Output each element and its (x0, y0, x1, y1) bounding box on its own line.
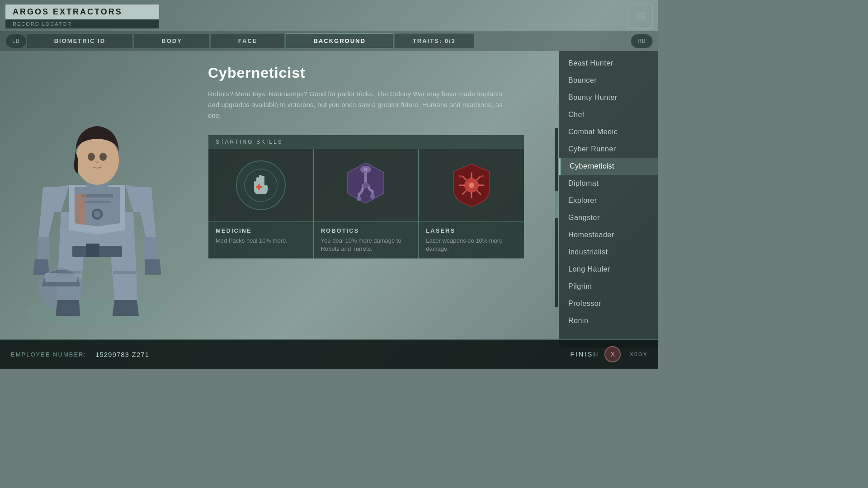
sidebar-item-bouncer[interactable]: Bouncer (559, 72, 658, 89)
skill-info-robotics: ROBOTICS You deal 10% more damage to Rob… (314, 221, 419, 258)
sidebar-item-industrialist[interactable]: Industrialist (559, 244, 658, 261)
skill-card-medicine: MEDICINE Med Packs heal 10% more. (208, 149, 314, 258)
skill-name-lasers: LASERS (426, 227, 517, 234)
tab-biometric-id[interactable]: BIOMETRIC ID (27, 33, 133, 48)
svg-rect-7 (38, 237, 50, 259)
svg-rect-16 (113, 271, 136, 274)
skill-desc-lasers: Laser weapons do 10% more damage. (426, 237, 517, 253)
sidebar-item-diplomat[interactable]: Diplomat (559, 175, 658, 192)
nav-left-button[interactable]: LB (5, 34, 27, 48)
skill-icon-area-robotics (314, 149, 419, 221)
svg-rect-25 (258, 184, 260, 190)
skill-name-robotics: ROBOTICS (321, 227, 411, 234)
main-content: Cyberneticist Robots? Mere toys. Neuroam… (0, 51, 658, 347)
employee-block: EMPLOYEE NUMBER: 15299783-Z271 (11, 351, 149, 358)
sidebar-item-gangster[interactable]: Gangster (559, 209, 658, 226)
background-name: Cyberneticist (208, 65, 550, 81)
sidebar-item-ronin[interactable]: Ronin (559, 312, 658, 329)
robotics-icon (341, 160, 391, 210)
svg-rect-3 (81, 194, 113, 197)
sidebar-item-cyber-runner[interactable]: Cyber Runner (559, 141, 658, 158)
skills-header: STARTING SKILLS (208, 135, 524, 149)
svg-rect-4 (84, 201, 111, 203)
sidebar-item-bounty-hunter[interactable]: Bounty Hunter (559, 89, 658, 106)
ae-logo: AE (627, 4, 653, 29)
platform-label: XBOX (630, 352, 647, 357)
skill-icon-area-lasers (419, 149, 524, 221)
background-description: Robots? Mere toys. Neuroamps? Good for p… (208, 89, 515, 121)
sidebar-item-homesteader[interactable]: Homesteader (559, 226, 658, 244)
content-area: Cyberneticist Robots? Mere toys. Neuroam… (194, 51, 559, 347)
svg-point-42 (459, 175, 462, 178)
svg-rect-15 (59, 271, 81, 274)
skill-desc-robotics: You deal 10% more damage to Robots and T… (321, 237, 411, 253)
tab-face[interactable]: FACE (211, 33, 285, 48)
employee-number: 15299783-Z271 (95, 351, 149, 358)
header: ARGOS EXTRACTORS RECORD LOCATOR AE (0, 0, 658, 29)
character-image (0, 51, 194, 347)
scroll-thumb (555, 191, 558, 218)
skill-desc-medicine: Med Packs heal 10% more. (216, 237, 306, 245)
skills-grid: MEDICINE Med Packs heal 10% more. (208, 149, 524, 258)
skill-card-robotics: ROBOTICS You deal 10% more damage to Rob… (314, 149, 419, 258)
svg-point-41 (469, 183, 474, 188)
medicine-icon (236, 160, 286, 210)
title-block: ARGOS EXTRACTORS RECORD LOCATOR (5, 5, 159, 28)
skill-info-medicine: MEDICINE Med Packs heal 10% more. (208, 221, 313, 258)
sidebar-item-pilgrim[interactable]: Pilgrim (559, 278, 658, 295)
employee-label: EMPLOYEE NUMBER: (11, 351, 86, 358)
skill-card-lasers: LASERS Laser weapons do 10% more damage. (419, 149, 524, 258)
sidebar-item-combat-medic[interactable]: Combat Medic (559, 123, 658, 141)
svg-point-11 (88, 153, 95, 161)
sidebar-item-beast-hunter[interactable]: Beast Hunter (559, 55, 658, 72)
sidebar-item-explorer[interactable]: Explorer (559, 192, 658, 209)
tab-background[interactable]: BACKGROUND (286, 33, 393, 48)
scroll-indicator (555, 128, 558, 307)
skills-section: STARTING SKILLS (208, 135, 524, 259)
sidebar-item-cyberneticist[interactable]: Cyberneticist (559, 158, 658, 175)
svg-point-30 (370, 194, 375, 199)
svg-point-28 (363, 182, 369, 188)
svg-point-43 (481, 175, 484, 178)
skill-info-lasers: LASERS Laser weapons do 10% more damage. (419, 221, 524, 258)
app-title: ARGOS EXTRACTORS (5, 5, 159, 19)
finish-block: FINISH X XBOX (571, 346, 647, 362)
background-list-sidebar[interactable]: Beast Hunter Bouncer Bounty Hunter Chef … (559, 51, 658, 347)
sidebar-item-chef[interactable]: Chef (559, 106, 658, 123)
footer: EMPLOYEE NUMBER: 15299783-Z271 FINISH X … (0, 339, 658, 369)
character-svg (2, 85, 192, 347)
sidebar-item-long-hauler[interactable]: Long Hauler (559, 261, 658, 278)
svg-rect-2 (86, 244, 99, 257)
svg-rect-8 (144, 237, 157, 259)
tab-traits[interactable]: TRAITS: 0/3 (394, 33, 474, 48)
svg-point-12 (99, 153, 107, 161)
character-area (0, 51, 194, 347)
svg-point-29 (357, 197, 361, 201)
sidebar-item-professor[interactable]: Professor (559, 295, 658, 312)
svg-point-6 (94, 211, 101, 218)
tab-body[interactable]: BODY (134, 33, 210, 48)
skill-icon-area-medicine (208, 149, 313, 221)
lasers-icon (447, 160, 496, 210)
skill-name-medicine: MEDICINE (216, 227, 306, 234)
finish-button[interactable]: X (604, 346, 621, 362)
finish-label: FINISH (571, 351, 599, 358)
svg-point-31 (364, 168, 368, 171)
subtitle: RECORD LOCATOR (5, 19, 159, 28)
nav-right-button[interactable]: RB (631, 34, 653, 48)
nav-bar: LB BIOMETRIC ID BODY FACE BACKGROUND TRA… (0, 31, 658, 51)
